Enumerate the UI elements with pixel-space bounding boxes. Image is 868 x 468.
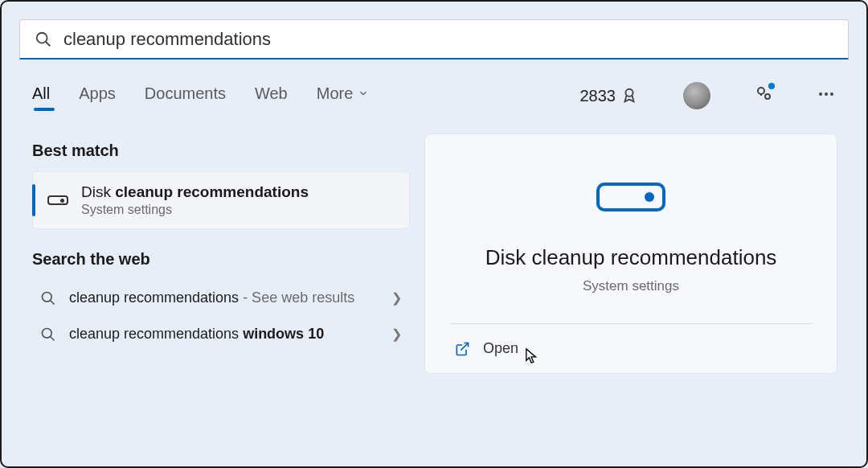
tab-web[interactable]: Web [255, 84, 288, 108]
drive-icon [596, 183, 665, 211]
search-icon [40, 290, 56, 306]
svg-point-0 [37, 32, 47, 43]
search-input[interactable] [63, 29, 833, 50]
best-match-title-bold: cleanup recommendations [115, 183, 309, 200]
tab-more-label: More [317, 84, 354, 103]
web-result-term: cleanup recommendations [69, 326, 243, 342]
best-match-header: Best match [32, 142, 410, 160]
tab-documents[interactable]: Documents [145, 84, 226, 108]
web-result-suffix: - See web results [239, 289, 354, 306]
chevron-right-icon[interactable]: ❯ [391, 326, 402, 342]
svg-point-6 [819, 92, 822, 96]
search-icon [35, 31, 52, 48]
svg-point-11 [43, 328, 52, 338]
best-match-subtitle: System settings [81, 203, 309, 217]
result-preview-panel: Disk cleanup recommendations System sett… [424, 133, 837, 374]
svg-point-7 [825, 92, 828, 96]
svg-point-5 [768, 83, 775, 89]
best-match-title-prefix: Disk [81, 183, 115, 200]
best-match-text: Disk cleanup recommendations System sett… [81, 183, 309, 217]
open-action[interactable]: Open [449, 324, 813, 373]
svg-point-8 [830, 92, 833, 96]
rewards-count: 2833 [580, 87, 616, 105]
svg-line-12 [51, 336, 55, 340]
svg-point-4 [765, 94, 770, 99]
open-label: Open [483, 340, 518, 357]
filter-tabs-row: All Apps Documents Web More 2833 [2, 60, 866, 119]
chevron-down-icon [358, 88, 369, 99]
svg-line-1 [46, 41, 51, 46]
more-options-icon[interactable] [817, 84, 836, 107]
web-result-term: cleanup recommendations [69, 289, 239, 306]
svg-line-10 [51, 300, 55, 304]
web-results-list: cleanup recommendations - See web result… [32, 280, 410, 352]
drive-icon [47, 195, 68, 205]
results-content: Best match Disk cleanup recommendations … [2, 119, 866, 374]
chevron-right-icon[interactable]: ❯ [391, 290, 402, 306]
best-match-result[interactable]: Disk cleanup recommendations System sett… [32, 171, 410, 229]
search-icon [40, 326, 56, 343]
web-result-bold: windows 10 [243, 326, 324, 342]
svg-point-3 [758, 88, 764, 94]
svg-line-13 [461, 343, 468, 350]
svg-point-9 [43, 292, 52, 302]
search-bar[interactable] [19, 19, 849, 60]
tab-apps[interactable]: Apps [79, 84, 116, 108]
chat-icon[interactable] [754, 84, 773, 107]
web-result-item[interactable]: cleanup recommendations - See web result… [32, 280, 410, 316]
results-left-column: Best match Disk cleanup recommendations … [32, 133, 410, 374]
web-result-item[interactable]: cleanup recommendations windows 10 ❯ [32, 316, 410, 352]
preview-title: Disk cleanup recommendations [485, 245, 777, 270]
open-external-icon [454, 341, 470, 357]
rewards-points[interactable]: 2833 [580, 87, 639, 105]
search-web-header: Search the web [32, 250, 410, 269]
preview-subtitle: System settings [583, 278, 679, 294]
avatar[interactable] [683, 82, 710, 109]
tab-all[interactable]: All [32, 84, 50, 108]
tab-more[interactable]: More [317, 84, 370, 108]
svg-point-2 [625, 89, 633, 96]
medal-icon [620, 87, 638, 105]
